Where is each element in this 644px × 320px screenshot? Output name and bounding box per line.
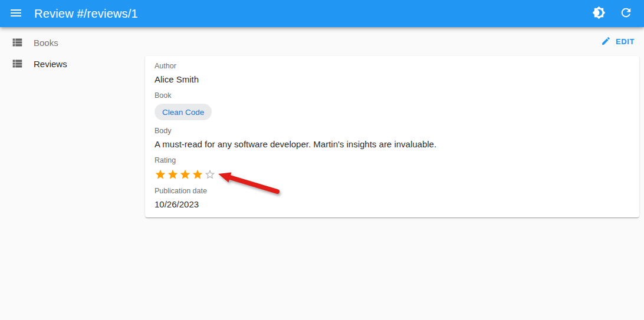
dark-mode-toggle-icon [592,6,606,21]
author-label: Author [155,62,630,70]
menu-button[interactable] [5,2,27,25]
rating-field: Rating [155,156,630,180]
star-filled-icon [155,169,166,180]
publication-date-field: Publication date 10/26/2023 [155,187,630,210]
sidebar-item-label: Reviews [34,59,67,69]
body-field: Body A must-read for any software develo… [155,127,630,150]
publication-date-value: 10/26/2023 [155,199,630,210]
refresh-icon [619,6,633,21]
author-field: Author Alice Smith [155,62,630,85]
book-chip[interactable]: Clean Code [155,104,212,120]
book-field: Book Clean Code [155,91,630,120]
book-label: Book [155,91,630,100]
sidebar-item-books[interactable]: Books [0,32,142,53]
refresh-button[interactable] [615,2,637,25]
rating-label: Rating [155,156,630,164]
review-detail-card: Author Alice Smith Book Clean Code Body … [145,56,639,217]
pencil-icon [601,36,611,48]
star-filled-icon [192,169,203,180]
list-icon [11,57,24,70]
publication-date-label: Publication date [155,187,630,195]
sidebar-item-reviews[interactable]: Reviews [0,53,142,74]
menu-icon [9,6,23,22]
show-toolbar: EDIT [145,27,639,56]
body-value: A must-read for any software developer. … [155,139,630,150]
star-filled-icon [167,169,179,180]
rating-stars [155,169,630,180]
list-icon [11,36,24,49]
sidebar-item-label: Books [34,38,58,48]
edit-button-label: EDIT [616,37,635,46]
book-chip-label: Clean Code [162,108,204,117]
author-value: Alice Smith [155,74,630,85]
app-bar-actions [587,2,637,25]
sidebar: Books Reviews [0,27,142,74]
main-content: EDIT Author Alice Smith Book Clean Code … [145,27,639,217]
edit-button[interactable]: EDIT [597,33,638,51]
theme-toggle-button[interactable] [587,2,610,25]
star-empty-icon [204,169,216,180]
page-title: Review #/reviews/1 [34,7,587,21]
body-label: Body [155,127,630,135]
star-filled-icon [179,169,191,180]
app-bar: Review #/reviews/1 [0,0,644,27]
